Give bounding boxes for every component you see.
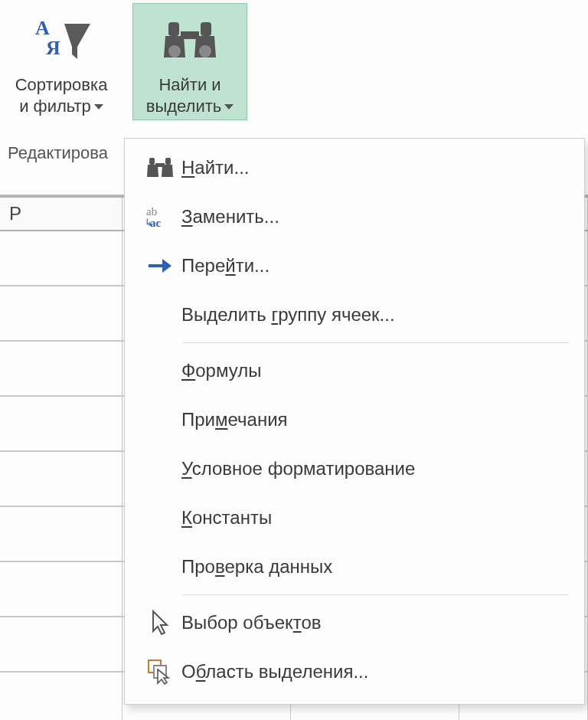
menu-item-label: Проверка данных — [181, 556, 570, 578]
svg-rect-3 — [201, 22, 211, 36]
menu-item[interactable]: Выделить группу ячеек... — [125, 290, 584, 339]
menu-item-label: Константы — [181, 507, 570, 529]
sort-filter-label: Сортировка и фильтр — [15, 74, 108, 116]
sort-filter-button[interactable]: А Я Сортировка и фильтр — [4, 3, 119, 120]
sort-filter-icon: А Я — [31, 10, 92, 71]
ribbon-group-find: Найти и выделить — [122, 0, 257, 138]
svg-point-5 — [168, 45, 181, 57]
ribbon: А Я Сортировка и фильтр — [0, 0, 588, 138]
menu-item-label: Выделить группу ячеек... — [181, 304, 570, 326]
svg-text:А: А — [35, 17, 50, 39]
menu-separator — [183, 342, 569, 343]
menu-item-label: Заменить... — [181, 206, 570, 227]
menu-item-label: Найти... — [181, 157, 570, 178]
svg-rect-7 — [149, 158, 155, 165]
replace-icon: abac↳ — [139, 205, 181, 228]
chevron-down-icon — [94, 104, 103, 110]
menu-item[interactable]: Формулы — [125, 346, 584, 395]
selection-pane-icon — [139, 659, 181, 685]
column-header-P[interactable]: P — [0, 198, 122, 230]
menu-item[interactable]: Область выделения... — [125, 647, 584, 696]
cursor-icon — [139, 610, 181, 636]
menu-item[interactable]: Найти... — [125, 143, 584, 192]
chevron-down-icon — [224, 104, 234, 110]
menu-item[interactable]: Выбор объектов — [125, 598, 584, 647]
menu-item-label: Примечания — [181, 409, 570, 430]
menu-item-label: Область выделения... — [181, 661, 570, 682]
find-select-menu: Найти...abac↳Заменить...Перейти...Выдели… — [124, 138, 585, 705]
svg-text:Я: Я — [46, 37, 60, 59]
svg-point-6 — [199, 45, 211, 57]
menu-item-label: Выбор объектов — [181, 612, 570, 633]
svg-text:ab: ab — [146, 205, 157, 218]
svg-rect-8 — [165, 158, 171, 165]
svg-rect-2 — [168, 22, 179, 36]
menu-item[interactable]: Условное форматирование — [125, 444, 584, 493]
binoculars-icon — [139, 156, 181, 179]
menu-separator — [183, 594, 569, 595]
menu-item[interactable]: Проверка данных — [125, 542, 584, 591]
menu-item-label: Условное форматирование — [181, 458, 570, 479]
menu-item[interactable]: Перейти... — [125, 241, 584, 290]
menu-item[interactable]: Константы — [125, 493, 584, 542]
menu-item[interactable]: Примечания — [125, 395, 584, 444]
svg-text:↳: ↳ — [146, 217, 153, 228]
find-select-label: Найти и выделить — [146, 74, 234, 116]
arrow-right-icon — [139, 257, 181, 275]
menu-item-label: Перейти... — [181, 255, 570, 277]
find-select-button[interactable]: Найти и выделить — [132, 3, 247, 120]
menu-item[interactable]: abac↳Заменить... — [125, 192, 584, 241]
binoculars-icon — [162, 10, 217, 71]
ribbon-group-editing: А Я Сортировка и фильтр — [0, 0, 122, 138]
menu-item-label: Формулы — [181, 360, 570, 381]
